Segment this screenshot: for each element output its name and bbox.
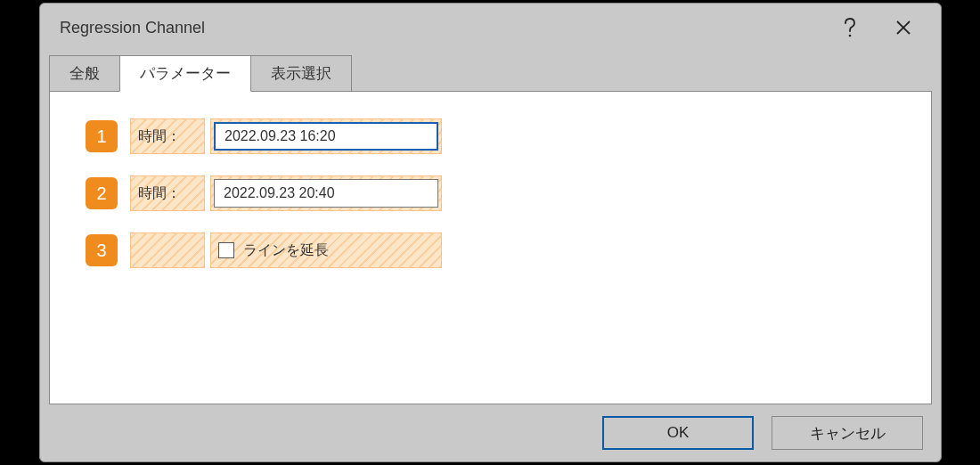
tab-strip: 全般 パラメーター 表示選択	[40, 52, 941, 91]
button-row: OK キャンセル	[40, 404, 941, 461]
help-button[interactable]	[823, 10, 877, 45]
param-row-1: 1 時間： 2022.09.23 16:20	[86, 118, 895, 154]
time-input-wrap-2: 2022.09.23 20:40	[210, 175, 442, 211]
time-input-wrap-1: 2022.09.23 16:20	[210, 118, 442, 154]
param-row-2: 2 時間： 2022.09.23 20:40	[86, 175, 895, 211]
help-icon	[844, 18, 856, 37]
extend-line-checkbox[interactable]	[218, 242, 234, 258]
time-label-1: 時間：	[130, 118, 205, 154]
empty-label-3	[130, 232, 205, 268]
tab-content: 1 時間： 2022.09.23 16:20 2 時間： 2022.09.23 …	[49, 91, 932, 404]
time-input-2[interactable]: 2022.09.23 20:40	[214, 179, 438, 208]
param-row-3: 3 ラインを延長	[86, 232, 895, 268]
dialog-title: Regression Channel	[60, 19, 823, 37]
time-input-1[interactable]: 2022.09.23 16:20	[214, 122, 438, 151]
close-button[interactable]	[877, 10, 930, 45]
tab-display[interactable]: 表示選択	[250, 55, 352, 91]
extend-line-checkbox-wrap[interactable]: ラインを延長	[210, 232, 442, 268]
ok-button[interactable]: OK	[602, 416, 754, 450]
dialog-window: Regression Channel 全般 パラメーター 表示選択 1 時間： …	[39, 3, 942, 462]
annotation-badge-3: 3	[86, 234, 118, 266]
extend-line-label: ラインを延長	[243, 241, 329, 260]
titlebar: Regression Channel	[40, 4, 941, 52]
time-label-2: 時間：	[130, 175, 205, 211]
annotation-badge-1: 1	[86, 120, 118, 152]
annotation-badge-2: 2	[86, 177, 118, 209]
tab-general[interactable]: 全般	[49, 55, 120, 91]
svg-point-0	[849, 35, 852, 37]
cancel-button[interactable]: キャンセル	[772, 416, 923, 450]
close-icon	[895, 20, 911, 36]
tab-parameters[interactable]: パラメーター	[119, 55, 251, 92]
